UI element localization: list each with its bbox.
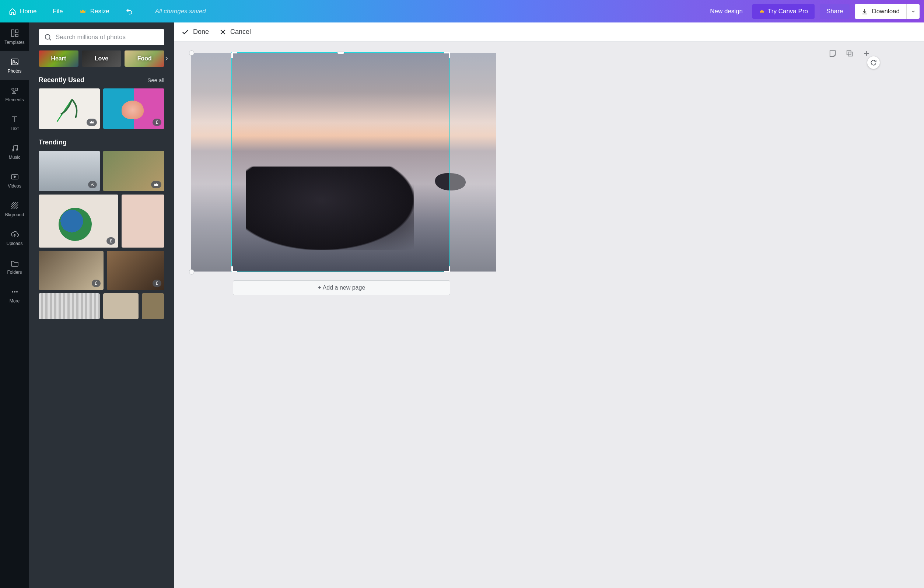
price-badge: £ — [152, 280, 162, 287]
chip-label: Love — [95, 55, 108, 62]
new-design-label: New design — [710, 8, 743, 15]
rotate-button[interactable] — [867, 56, 880, 69]
rail-label: Photos — [8, 69, 21, 74]
chip-food[interactable]: Food — [125, 51, 164, 67]
svg-rect-3 — [12, 59, 18, 65]
photo-thumb[interactable]: £ — [39, 251, 104, 290]
price-badge: £ — [92, 280, 101, 287]
premium-badge — [87, 119, 97, 126]
recently-used-head: Recently Used See all — [39, 76, 164, 84]
text-icon — [10, 115, 19, 124]
new-design-button[interactable]: New design — [706, 5, 747, 18]
photo-thumb[interactable] — [122, 195, 164, 248]
share-label: Share — [827, 8, 843, 15]
resize-button[interactable]: Resize — [76, 5, 112, 17]
photo-thumb[interactable] — [103, 293, 139, 319]
search-input[interactable] — [56, 33, 159, 41]
price-badge: £ — [152, 119, 162, 126]
canvas-area: Done Cancel — [174, 23, 924, 588]
uploads-icon — [10, 230, 19, 239]
rail-folders[interactable]: Folders — [0, 253, 29, 281]
photo-thumb[interactable] — [39, 293, 100, 319]
chevron-down-icon — [911, 9, 916, 14]
file-menu[interactable]: File — [50, 5, 66, 17]
share-button[interactable]: Share — [820, 4, 850, 19]
premium-badge — [151, 181, 162, 188]
photo-thumb[interactable]: £ — [39, 195, 118, 248]
rail-background[interactable]: Bkground — [0, 195, 29, 224]
page-tools — [827, 48, 872, 59]
check-icon — [181, 28, 190, 36]
close-icon — [219, 28, 226, 36]
download-dropdown[interactable] — [906, 4, 919, 19]
rail-label: Videos — [8, 183, 21, 188]
rail-photos[interactable]: Photos — [0, 51, 29, 80]
svg-point-12 — [16, 291, 18, 292]
templates-icon — [10, 29, 19, 38]
svg-rect-14 — [847, 51, 851, 55]
svg-rect-2 — [15, 34, 18, 36]
price-badge: £ — [106, 237, 116, 244]
add-new-page-button[interactable]: + Add a new page — [233, 280, 450, 295]
photo-thumb[interactable]: £ — [39, 151, 100, 191]
photo-thumb[interactable] — [142, 293, 164, 319]
search-box[interactable] — [39, 29, 164, 45]
photo-thumb[interactable]: £ — [107, 251, 164, 290]
rail-label: Uploads — [6, 241, 23, 246]
crown-icon — [759, 8, 765, 14]
rail-label: More — [10, 299, 20, 304]
section-title: Recently Used — [39, 76, 84, 84]
rail-label: Templates — [5, 40, 25, 45]
folders-icon — [10, 259, 19, 268]
rail-templates[interactable]: Templates — [0, 23, 29, 51]
rail-videos[interactable]: Videos — [0, 166, 29, 195]
rail-music[interactable]: Music — [0, 137, 29, 166]
chip-love[interactable]: Love — [82, 51, 122, 67]
canvas-image[interactable] — [191, 53, 496, 271]
save-status: All changes saved — [155, 8, 206, 15]
done-button[interactable]: Done — [181, 28, 209, 36]
rotate-icon — [870, 59, 877, 66]
rail-more[interactable]: More — [0, 281, 29, 310]
add-page-label: + Add a new page — [318, 284, 365, 291]
chip-heart[interactable]: Heart — [39, 51, 79, 67]
home-icon — [9, 8, 16, 15]
cancel-button[interactable]: Cancel — [219, 28, 251, 36]
notes-button[interactable] — [827, 48, 838, 59]
search-icon — [44, 33, 52, 41]
download-button[interactable]: Download — [855, 4, 906, 19]
chips-next[interactable] — [162, 54, 171, 63]
more-icon — [10, 287, 19, 296]
rail-label: Text — [10, 126, 18, 131]
image-content — [246, 167, 414, 250]
rail-text[interactable]: Text — [0, 109, 29, 137]
rail-uploads[interactable]: Uploads — [0, 224, 29, 253]
panel-wrap: Heart Love Food Recently Used See all — [29, 23, 174, 588]
topbar-right: New design Try Canva Pro Share Download — [706, 4, 919, 19]
category-chips: Heart Love Food — [39, 51, 164, 67]
cancel-label: Cancel — [230, 28, 251, 36]
svg-rect-15 — [848, 52, 852, 56]
photo-thumb[interactable] — [103, 151, 164, 191]
canvas-stage[interactable]: + Add a new page — [174, 41, 924, 588]
home-button[interactable]: Home — [6, 5, 40, 17]
svg-point-13 — [45, 35, 50, 40]
section-title: Trending — [39, 139, 67, 146]
side-rail: Templates Photos Elements Text Music Vid… — [0, 23, 29, 588]
see-all-link[interactable]: See all — [147, 77, 164, 83]
image-content — [435, 173, 466, 191]
rail-label: Elements — [5, 97, 23, 102]
rail-elements[interactable]: Elements — [0, 80, 29, 109]
photo-thumb[interactable]: £ — [103, 88, 164, 129]
photo-thumb[interactable] — [39, 88, 100, 129]
download-group: Download — [855, 4, 919, 19]
undo-button[interactable] — [123, 5, 136, 17]
photos-panel: Heart Love Food Recently Used See all — [29, 23, 174, 588]
top-bar: Home File Resize All changes saved New d… — [0, 0, 924, 23]
try-pro-button[interactable]: Try Canva Pro — [752, 4, 815, 19]
download-label: Download — [872, 8, 900, 15]
duplicate-page-button[interactable] — [845, 48, 855, 59]
main: Templates Photos Elements Text Music Vid… — [0, 23, 924, 588]
svg-point-11 — [14, 291, 15, 292]
svg-rect-0 — [12, 30, 14, 36]
